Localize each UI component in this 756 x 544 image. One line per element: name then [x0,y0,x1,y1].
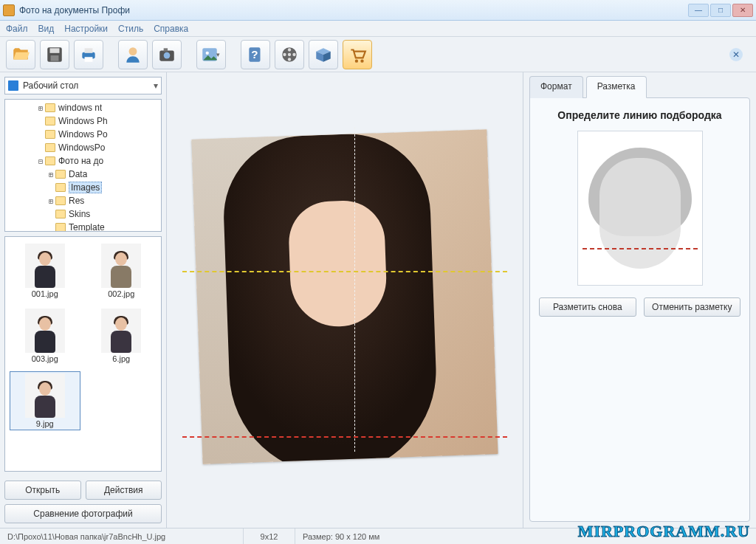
thumbnail[interactable]: 001.jpg [10,241,80,300]
menu-settings[interactable]: Настройки [64,24,108,34]
svg-point-15 [288,52,291,55]
close-button[interactable]: ✕ [732,4,753,17]
vertical-guide[interactable] [354,127,355,452]
tool-profile[interactable] [118,40,148,69]
tree-toggle-icon[interactable]: ⊞ [47,171,55,179]
tool-package[interactable] [309,40,338,69]
tool-camera[interactable] [152,40,182,69]
person-icon [123,45,142,64]
tree-row[interactable]: ⊟Фото на до [5,154,161,168]
tree-row[interactable]: Windows Po [5,128,161,141]
tool-video[interactable] [275,40,304,69]
tab-markup[interactable]: Разметка [586,76,647,98]
eyes-guideline[interactable] [182,271,507,272]
thumbnail[interactable]: 9.jpg [10,371,80,430]
remark-button[interactable]: Разметить снова [539,297,636,317]
tree-label: Images [69,182,102,193]
thumbnail-image [25,309,65,353]
status-ratio: 9x12 [244,528,295,544]
thumbnail-caption: 001.jpg [32,289,58,298]
canvas[interactable] [167,72,523,528]
tree-label: Фото на до [58,156,103,166]
tree-toggle-icon[interactable]: ⊟ [36,157,45,165]
thumbnail[interactable]: 6.jpg [86,306,157,365]
svg-rect-4 [85,48,93,53]
tool-image[interactable]: ▾ [196,40,226,69]
tree-row[interactable]: Windows Ph [5,114,161,128]
compare-button[interactable]: Сравнение фотографий [4,504,162,523]
menu-help[interactable]: Справка [154,24,188,34]
svg-point-8 [164,52,171,58]
folder-icon [55,210,66,218]
cancel-markup-button[interactable]: Отменить разметку [644,297,741,317]
window-title: Фото на документы Профи [19,5,688,16]
folder-icon [45,103,55,112]
box-icon [314,45,333,64]
tree-label: Skins [69,209,90,219]
tab-format[interactable]: Формат [529,76,583,98]
save-icon [45,45,64,64]
thumbnail-image [101,309,141,353]
folder-icon [45,156,55,165]
toolbar-close-hint[interactable]: ✕ [729,48,743,61]
tree-row[interactable]: ⊞Res [5,194,161,207]
sidebar-buttons: Открыть Действия Сравнение фотографий [0,476,166,528]
tool-help[interactable]: ? [241,40,270,69]
photo-preview [182,120,507,481]
thumbnail[interactable]: 002.jpg [86,241,157,300]
tree-row[interactable]: Images [5,181,161,194]
svg-text:?: ? [251,48,258,61]
minimize-button[interactable]: — [688,4,709,17]
svg-rect-9 [164,48,168,51]
thumbnails-panel: 001.jpg002.jpg003.jpg6.jpg9.jpg [4,236,162,472]
tree-row[interactable]: WindowsPo [5,141,161,154]
tool-open[interactable] [6,40,35,69]
tree-toggle-icon[interactable]: ⊞ [47,197,55,205]
svg-point-6 [129,47,137,55]
menu-file[interactable]: Файл [6,24,28,34]
tree-row[interactable]: Skins [5,207,161,221]
tree-label: Data [69,169,87,179]
preview-chin-line [583,248,698,249]
desktop-icon [8,80,18,91]
tree-label: WindowsPo [58,142,105,153]
thumbnail[interactable]: 003.jpg [10,306,80,365]
tree-row[interactable]: ⊞windows nt [5,101,161,114]
svg-rect-5 [85,57,93,62]
folder-icon [45,117,55,125]
thumbnail-image [25,373,65,418]
status-path: D:\Прохо\11\Новая папка\jr7aBncHh_U.jpg [0,528,244,544]
menubar: Файл Вид Настройки Стиль Справка [0,21,756,37]
folder-combo[interactable]: Рабочий стол ▾ [4,77,162,94]
tree-label: Template [69,222,105,232]
folder-icon [45,130,55,139]
menu-style[interactable]: Стиль [118,24,143,34]
svg-rect-2 [51,55,59,61]
main-area: Рабочий стол ▾ ⊞windows ntWindows PhWind… [0,72,756,528]
app-icon [3,4,15,16]
actions-button[interactable]: Действия [86,481,162,500]
tool-cart[interactable] [343,40,372,69]
menu-view[interactable]: Вид [38,24,55,34]
tool-save[interactable] [40,40,69,69]
tree-toggle-icon[interactable]: ⊞ [36,104,45,112]
svg-point-18 [283,52,286,55]
window-controls: — □ ✕ [688,4,753,17]
svg-point-20 [355,59,358,62]
markup-panel: Определите линию подбородка Разметить сн… [529,97,750,522]
tree-label: windows nt [58,103,102,113]
cart-icon [348,45,367,64]
tree-row[interactable]: ⊞Data [5,168,161,181]
panel-title: Определите линию подбородка [557,109,721,122]
tool-print[interactable] [74,40,103,69]
thumbnail-caption: 9.jpg [36,419,54,428]
chin-guideline[interactable] [182,436,507,438]
folder-combo-label: Рабочий стол [23,80,78,91]
maximize-button[interactable]: □ [710,4,731,17]
open-button[interactable]: Открыть [4,481,81,500]
svg-point-19 [292,52,295,55]
svg-point-11 [205,51,208,54]
help-book-icon: ? [246,45,265,64]
tree-row[interactable]: Template [5,221,161,232]
folder-icon [45,143,55,152]
